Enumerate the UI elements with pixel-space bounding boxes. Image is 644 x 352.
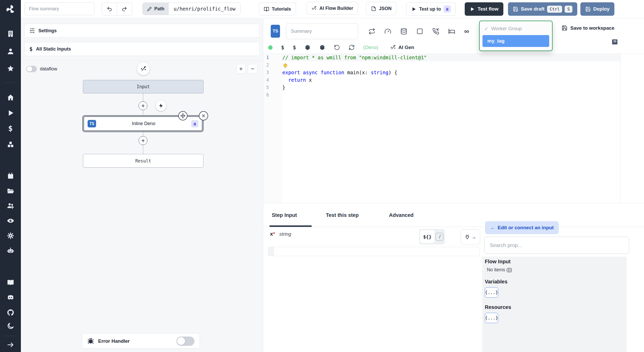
save-to-workspace-label: Save to workspace (570, 25, 614, 31)
plus-icon: + (239, 65, 243, 72)
flow-summary-input[interactable] (24, 2, 95, 15)
sidebar-item-home[interactable] (0, 92, 21, 103)
code-gutter: 123456 (263, 54, 282, 203)
sidebar-item-groups[interactable] (0, 200, 21, 212)
sidebar-item-github[interactable] (0, 307, 21, 318)
editor-right-divider (620, 54, 621, 203)
sidebar-item-runs[interactable] (0, 107, 21, 119)
sidebar-item-favorites[interactable] (0, 63, 21, 75)
sidebar-item-workspace[interactable] (0, 28, 21, 40)
add-step-button-bottom[interactable] (139, 136, 147, 145)
sidebar-item-resources[interactable] (0, 138, 21, 150)
worker-group-header: ✓ Worker Group (482, 24, 549, 33)
code-lines[interactable]: // import * as wmill from "npm:windmill-… (282, 54, 620, 203)
path-widget[interactable]: Path u/henri/prolific_flow (142, 3, 241, 15)
zoom-out-button[interactable]: − (248, 64, 257, 73)
add-step-button-top[interactable] (139, 101, 147, 110)
add-trigger-button[interactable] (156, 101, 166, 111)
ai-builder-wand-button[interactable] (137, 62, 150, 75)
save-icon (585, 6, 591, 12)
sidebar-item-user[interactable] (0, 45, 21, 57)
search-prop-input[interactable] (484, 237, 629, 254)
divider (21, 61, 263, 61)
ai-flow-builder-label: AI Flow Builder (319, 6, 353, 11)
function-icon: f (439, 234, 440, 239)
kbd-ctrl: Ctrl (547, 6, 562, 13)
tab-advanced[interactable]: Advanced (389, 203, 414, 227)
history-rotate-ccw-icon[interactable] (334, 44, 340, 51)
test-up-to-button[interactable]: Test up to a (406, 2, 456, 16)
zoom-in-button[interactable]: + (236, 64, 246, 73)
wand-icon (311, 6, 317, 11)
sidebar-divider (3, 83, 18, 83)
ai-flow-builder-button[interactable]: AI Flow Builder (307, 2, 358, 15)
bolt-icon (158, 103, 164, 108)
tab-step-input[interactable]: Step Input (272, 203, 297, 227)
suspend-phone-incoming-icon[interactable] (432, 28, 439, 35)
sidebar-item-settings-gear[interactable] (0, 230, 21, 242)
cache-database-icon[interactable] (400, 28, 407, 35)
variables-object-button[interactable]: {...} (485, 287, 498, 298)
sidebar-item-discord[interactable] (0, 292, 21, 304)
sidebar-item-schedules[interactable] (0, 170, 21, 182)
reload-refresh-icon[interactable] (349, 44, 355, 51)
resources-object-button[interactable]: {...} (485, 313, 498, 323)
editor-panel: TS ∞ ✓ Worker Group my_tag Save to works… (263, 18, 644, 352)
connect-input-button[interactable]: → (461, 230, 480, 244)
dollar-braces-icon: ${} (423, 234, 432, 240)
error-handler-toggle[interactable] (176, 337, 194, 346)
save-to-workspace-button[interactable]: Save to workspace (562, 25, 614, 31)
sleep-bed-icon[interactable] (448, 28, 455, 35)
windmill-logo-icon[interactable] (0, 0, 21, 18)
add-variable-dollar-icon[interactable]: $ (281, 44, 284, 51)
early-stop-square-icon[interactable] (416, 28, 423, 35)
sidebar-item-dark-mode-moon[interactable] (0, 320, 21, 332)
sidebar-item-ai-robot[interactable] (0, 245, 21, 257)
flow-node-input[interactable]: Input (83, 80, 204, 93)
library-book-icon[interactable] (612, 38, 618, 46)
edit-or-connect-chip[interactable]: ← Edit or connect an input (485, 221, 559, 234)
template-mode-button[interactable]: ${} (420, 230, 435, 243)
input-node-label: Input (137, 84, 150, 89)
json-button[interactable]: JSON (366, 2, 396, 15)
move-step-button[interactable] (178, 111, 188, 120)
redo-button[interactable] (117, 3, 132, 15)
deploy-button[interactable]: Deploy (580, 2, 614, 16)
test-flow-button[interactable]: Test flow (465, 2, 503, 16)
undo-icon (107, 6, 112, 12)
summary-input[interactable] (286, 23, 358, 39)
retries-repeat-icon[interactable] (368, 28, 375, 35)
wand-icon (390, 45, 396, 50)
editor-status-row: $ $ (Deno) AI Gen (268, 41, 414, 54)
lightbulb-icon[interactable] (283, 63, 287, 67)
delete-step-button[interactable] (199, 111, 208, 120)
tab-test-this-step[interactable]: Test this step (326, 203, 359, 227)
sidebar-item-variables[interactable]: $ (0, 122, 21, 134)
ai-gen-button[interactable]: AI Gen (390, 45, 414, 50)
flow-node-result[interactable]: Result (83, 154, 204, 168)
field-value-input[interactable] (274, 247, 479, 256)
dataflow-toggle[interactable] (26, 66, 37, 72)
worker-group-option-selected[interactable]: my_tag (482, 35, 549, 47)
sidebar-item-audit-eye[interactable] (0, 215, 21, 227)
package-icon[interactable] (319, 44, 325, 51)
tutorials-button[interactable]: Tutorials (259, 3, 296, 15)
move-icon (180, 113, 185, 118)
function-mode-button[interactable]: f (436, 233, 443, 241)
undo-button[interactable] (102, 3, 117, 15)
sidebar-expand-arrow-icon[interactable] (0, 339, 21, 351)
minus-icon: − (251, 65, 254, 72)
sidebar-item-docs-book[interactable] (0, 277, 21, 289)
all-static-inputs-bar[interactable]: $ All Static Inputs (24, 42, 260, 56)
infinity-icon[interactable]: ∞ (464, 27, 469, 35)
sidebar-item-folders[interactable] (0, 185, 21, 197)
test-up-to-label: Test up to (419, 6, 441, 12)
resources-heading: Resources (485, 304, 626, 310)
package-icon[interactable] (304, 44, 311, 51)
flow-settings-bar[interactable]: Settings (24, 24, 260, 38)
save-draft-button[interactable]: Save draft Ctrl S (508, 2, 577, 16)
add-resource-dollar-icon[interactable]: $ (293, 44, 296, 51)
error-handler-bar[interactable]: Error Handler (82, 333, 200, 349)
timeout-gauge-icon[interactable] (384, 28, 391, 35)
json-label: JSON (379, 6, 392, 11)
